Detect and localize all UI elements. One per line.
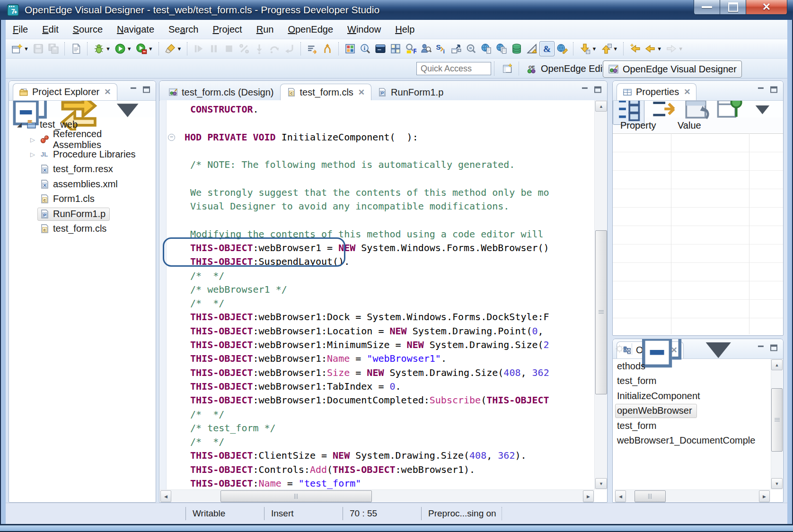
outline-item-ethods[interactable]: ethods xyxy=(615,359,771,374)
db-stack-button[interactable] xyxy=(509,41,524,56)
outline-item-initializecomponent[interactable]: InitializeComponent xyxy=(615,389,771,404)
tree-item-test-form-cls[interactable]: ctest_form.cls xyxy=(9,222,156,237)
editor-hscroll-thumb[interactable] xyxy=(220,490,372,502)
brush-button[interactable]: ▼ xyxy=(163,41,184,56)
scroll-up-icon[interactable]: ▲ xyxy=(771,359,783,370)
editor-tab-test-form-cls[interactable]: ctest_form.cls✕ xyxy=(280,84,372,101)
outline-vscroll-thumb[interactable] xyxy=(771,388,783,452)
collapsed-chevron-icon[interactable]: ▷ xyxy=(28,151,37,158)
run-special-button[interactable]: ▼ xyxy=(134,41,155,56)
tree-item-form1-cls[interactable]: cForm1.cls xyxy=(9,192,156,207)
property-row[interactable] xyxy=(613,171,783,189)
property-row[interactable] xyxy=(613,281,783,300)
menu-source[interactable]: Source xyxy=(66,24,110,35)
page-preview-button[interactable] xyxy=(69,41,84,56)
menu-navigate[interactable]: Navigate xyxy=(110,24,161,35)
property-row[interactable] xyxy=(613,300,783,318)
minimize-view-button[interactable] xyxy=(581,85,590,94)
info-search-button[interactable]: i xyxy=(358,41,373,56)
maximize-view-button[interactable] xyxy=(769,343,778,352)
minimize-view-button[interactable] xyxy=(757,85,766,94)
editor-tab-runform1-p[interactable]: PRunForm1.p xyxy=(371,84,449,100)
close-view-icon[interactable]: ✕ xyxy=(684,87,690,97)
menu-project[interactable]: Project xyxy=(205,24,249,35)
code-editor[interactable]: CONSTRUCTOR. HOD PRIVATE VOID Initialize… xyxy=(160,100,594,489)
close-tab-icon[interactable]: ✕ xyxy=(358,87,365,97)
menu-edit[interactable]: Edit xyxy=(35,24,65,35)
tree-item-assemblies-xml[interactable]: Xassemblies.xml xyxy=(9,177,156,192)
menu-file[interactable]: File xyxy=(6,24,35,35)
search-r-button[interactable]: R xyxy=(403,41,418,56)
expanded-chevron-icon[interactable]: ◢ xyxy=(15,121,24,128)
export-items-button[interactable]: ▼ xyxy=(599,41,620,56)
ruler-pen-button[interactable] xyxy=(524,41,539,56)
window-arrow-button[interactable] xyxy=(449,41,464,56)
outline-item-test-form[interactable]: test_form xyxy=(615,374,771,389)
scroll-left-icon[interactable]: ◀ xyxy=(160,490,171,502)
tree-item-test-form-resx[interactable]: Xtest_form.resx xyxy=(9,162,156,177)
menu-help[interactable]: Help xyxy=(388,24,422,35)
menu-run[interactable]: Run xyxy=(249,24,281,35)
outline-item-test-form[interactable]: test_form xyxy=(615,419,771,434)
editor-tab-test-form-cls-design[interactable]: test_form.cls (Design) xyxy=(162,84,280,100)
property-row[interactable] xyxy=(613,263,783,281)
maximize-view-button[interactable] xyxy=(593,85,602,94)
tab-project-explorer[interactable]: Project Explorer ✕ xyxy=(13,83,117,100)
back-button[interactable]: ▼ xyxy=(643,41,664,56)
ampersand-button[interactable]: & xyxy=(539,41,555,56)
palette-grid-button[interactable] xyxy=(343,41,358,56)
menu-search[interactable]: Search xyxy=(161,24,205,35)
tree-item-runform1-p[interactable]: PRunForm1.p xyxy=(9,207,156,222)
maximize-view-button[interactable] xyxy=(769,85,778,94)
outline-vertical-scrollbar[interactable]: ▲ ▼ xyxy=(771,359,783,489)
property-row[interactable] xyxy=(613,318,783,336)
scroll-right-icon[interactable]: ▶ xyxy=(583,490,594,502)
globe-doc-button[interactable] xyxy=(479,41,494,56)
editor-vscroll-thumb[interactable] xyxy=(595,230,607,394)
console-button[interactable] xyxy=(373,41,388,56)
branch-arrows-button[interactable] xyxy=(320,41,335,56)
close-view-icon[interactable]: ✕ xyxy=(104,87,111,97)
fold-collapse-icon[interactable]: − xyxy=(168,134,175,141)
minimize-view-button[interactable] xyxy=(129,85,138,94)
import-items-button[interactable]: ▼ xyxy=(577,41,599,56)
menu-window[interactable]: Window xyxy=(340,24,388,35)
tree-item-referenced-assemblies[interactable]: ▷Referenced Assemblies xyxy=(9,132,156,148)
debug-button[interactable]: ▼ xyxy=(91,41,113,56)
new-wizard-button[interactable]: ▼ xyxy=(9,41,31,56)
property-row[interactable] xyxy=(613,152,783,171)
property-row[interactable] xyxy=(613,226,783,244)
zoom-lock-button[interactable] xyxy=(464,41,479,56)
property-row[interactable] xyxy=(613,189,783,208)
menu-openedge[interactable]: OpenEdge xyxy=(281,24,340,35)
column-header-property[interactable]: Property xyxy=(613,120,671,131)
property-row[interactable] xyxy=(613,244,783,263)
scroll-up-icon[interactable]: ▲ xyxy=(595,101,607,112)
status-grip[interactable] xyxy=(502,507,504,520)
scroll-right-icon[interactable]: ▶ xyxy=(759,490,770,502)
open-perspective-button[interactable] xyxy=(500,61,516,76)
editor-horizontal-scrollbar[interactable]: ◀ ▶ xyxy=(160,489,594,502)
s-convert-button[interactable]: Si xyxy=(433,41,449,56)
maximize-view-button[interactable] xyxy=(142,85,151,94)
tree-item-procedure-libraries[interactable]: ▷JLProcedure Libraries xyxy=(9,147,156,162)
editor-vertical-scrollbar[interactable]: ▲ ▼ xyxy=(594,100,607,489)
perspective-openedge-visual-designer[interactable]: OpenEdge Visual Designer xyxy=(603,61,742,78)
run-button[interactable]: ▼ xyxy=(113,41,134,56)
sort-list-button[interactable] xyxy=(305,41,320,56)
scroll-down-icon[interactable]: ▼ xyxy=(595,478,607,489)
outline-horizontal-scrollbar[interactable]: ◀ ▶ xyxy=(615,489,770,502)
column-header-value[interactable]: Value xyxy=(671,120,701,131)
window-close-button[interactable]: ✕ xyxy=(746,0,787,14)
minimize-view-button[interactable] xyxy=(757,343,766,352)
back-new-button[interactable] xyxy=(627,41,643,56)
property-row[interactable] xyxy=(613,208,783,226)
quick-access-input[interactable] xyxy=(416,62,491,75)
tiles-button[interactable] xyxy=(388,41,403,56)
globe-brush-button[interactable] xyxy=(555,41,570,56)
globe-docs-button[interactable] xyxy=(494,41,509,56)
person-search-button[interactable] xyxy=(418,41,433,56)
scroll-down-icon[interactable]: ▼ xyxy=(771,478,783,489)
window-maximize-button[interactable] xyxy=(720,0,746,14)
outline-item-webbrowser1-documentcomple[interactable]: webBrowser1_DocumentComple xyxy=(615,434,771,449)
